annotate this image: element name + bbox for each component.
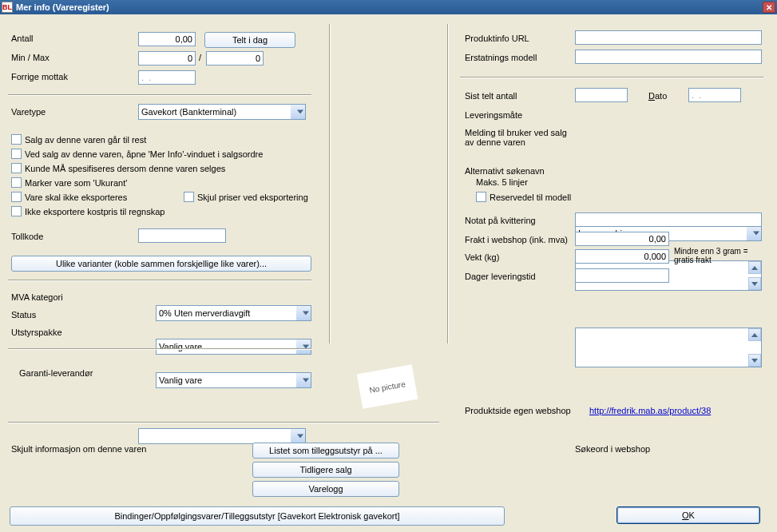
notat-label: Notat på kvittering: [465, 216, 536, 225]
sist-telt-label: Sist telt antall: [465, 91, 517, 101]
scroll-down-icon[interactable]: [748, 277, 761, 290]
status-label: Status: [11, 310, 36, 320]
app-icon: BL: [2, 2, 13, 13]
antall-label: Antall: [11, 34, 34, 43]
telt-i-dag-button[interactable]: Telt i dag: [204, 32, 295, 48]
altnavn-label: Alternativt søkenavn: [465, 166, 545, 176]
vekt-hint: Mindre enn 3 gram = gratis frakt: [674, 247, 763, 264]
chk-eksport[interactable]: [11, 192, 22, 202]
forrige-mottak-input[interactable]: [138, 70, 196, 85]
chk-skjulpriser[interactable]: [184, 192, 194, 202]
chk-kostpris-label: Ikke eksportere kostpris til regnskap: [25, 207, 165, 216]
chk-ukurant[interactable]: [11, 177, 22, 188]
chk-rest-label: Salg av denne varen går til rest: [25, 135, 146, 145]
garanti-label: Garanti-leverandør: [19, 368, 93, 378]
produktinfo-input[interactable]: [575, 30, 762, 45]
chk-rest[interactable]: [11, 134, 22, 145]
tollkode-label: Tollkode: [11, 232, 43, 241]
separator: [8, 422, 439, 423]
titlebar: BL Mer info (Vareregister) ✕: [0, 0, 777, 14]
altnavn-textarea[interactable]: [575, 328, 762, 367]
forrige-mottak-label: Forrige mottak: [11, 72, 68, 81]
notat-input[interactable]: [575, 212, 762, 227]
ok-button[interactable]: OK: [616, 506, 760, 524]
chk-reservedel[interactable]: [476, 192, 486, 202]
dager-label: Dager leveringstid: [465, 272, 536, 281]
chk-ukurant-label: Marker vare som 'Ukurant': [25, 178, 127, 188]
chk-kunde-label: Kunde MÅ spesifiseres dersom denne varen…: [25, 164, 225, 173]
close-button[interactable]: ✕: [763, 2, 775, 13]
chk-kostpris[interactable]: [11, 206, 22, 216]
produktside-link[interactable]: http://fredrik.mab.as/product/38: [589, 406, 711, 415]
slash-label: /: [199, 53, 201, 62]
skjult-label: Skjult informasjon om denne varen: [11, 444, 146, 454]
chk-kunde[interactable]: [11, 163, 22, 173]
utstyr-label: Utstyrspakke: [11, 328, 62, 337]
scroll-down-icon[interactable]: [748, 354, 761, 367]
window-title: Mer info (Vareregister): [16, 2, 763, 12]
chk-merinfo[interactable]: [11, 149, 22, 159]
tidligere-salg-button[interactable]: Tidligere salg: [252, 462, 399, 478]
tollkode-input[interactable]: [138, 228, 226, 243]
status-select[interactable]: Vanlig vare: [156, 339, 311, 355]
levering-label: Leveringsmåte: [465, 110, 522, 120]
sist-telt-input[interactable]: [575, 88, 628, 102]
dato-label: Dato: [648, 91, 667, 101]
vekt-label: Vekt (kg): [465, 252, 499, 262]
antall-input[interactable]: [138, 32, 196, 46]
mva-select[interactable]: 0% Uten merverdiavgift: [156, 305, 311, 321]
separator: [460, 77, 763, 78]
varetype-label: Varetype: [11, 107, 46, 117]
utstyr-select[interactable]: Vanlig vare: [156, 372, 311, 388]
altnavn-sub-label: Maks. 5 linjer: [476, 177, 528, 187]
varianter-button[interactable]: Ulike varianter (koble sammen forskjelli…: [11, 256, 311, 272]
vekt-input[interactable]: [575, 249, 669, 264]
chk-merinfo-label: Ved salg av denne varen, åpne 'Mer Info'…: [25, 149, 263, 159]
bindinger-button[interactable]: Bindinger/Oppfølgingsvarer/Tilleggsutsty…: [10, 506, 505, 526]
chk-eksport-label: Vare skal ikke eksporteres: [25, 193, 127, 202]
frakt-input[interactable]: [575, 232, 669, 246]
erstatning-label: Erstatnings modell: [465, 53, 537, 62]
produktinfo-label: Produktinfo URL: [465, 34, 529, 43]
mva-label: MVA kategori: [11, 292, 63, 302]
scroll-up-icon[interactable]: [748, 328, 761, 341]
varetype-select[interactable]: Gavekort (Bankterminal): [138, 104, 306, 120]
separator: [8, 94, 311, 96]
dager-input[interactable]: [575, 268, 669, 283]
separator: [447, 24, 449, 343]
dato-input[interactable]: [688, 88, 741, 102]
produktside-label: Produktside egen webshop: [465, 406, 571, 415]
max-input[interactable]: [206, 51, 264, 66]
separator: [8, 348, 311, 350]
min-input[interactable]: [138, 51, 196, 66]
chk-reservedel-label: Reservedel til modell: [490, 193, 571, 202]
chk-skjulpriser-label: Skjul priser ved eksportering: [197, 193, 308, 202]
separator: [329, 24, 331, 343]
garanti-select[interactable]: [138, 428, 306, 444]
erstatning-input[interactable]: [575, 50, 762, 64]
listet-button[interactable]: Listet som tilleggsutstyr på ...: [252, 443, 399, 459]
melding-label: Melding til bruker ved salg av denne var…: [465, 128, 569, 147]
varelogg-button[interactable]: Varelogg: [252, 481, 399, 497]
minmax-label: Min / Max: [11, 53, 50, 62]
no-picture-placeholder: No picture: [357, 364, 418, 408]
separator: [8, 280, 311, 281]
frakt-label: Frakt i webshop (ink. mva): [465, 235, 568, 244]
sokeord-label: Søkeord i webshop: [575, 444, 650, 454]
